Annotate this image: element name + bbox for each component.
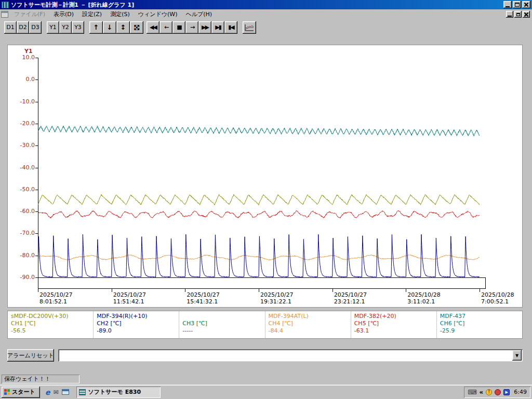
legend-channel-2: MDF-394(R)(+10)CH2 [℃]-89.0 <box>94 311 179 338</box>
task-button-soft-thermo[interactable]: ソフトサーモ E830 <box>76 387 161 398</box>
y-tick-label: -60.0 <box>9 208 35 215</box>
d2-button[interactable]: D2 <box>17 21 29 34</box>
scroll-up-button[interactable]: ↑ <box>89 21 103 34</box>
chart-panel: Y1 10.00.0-10.0-20.0-30.0-40.0-50.0-60.0… <box>7 45 523 308</box>
channel-value: -25.9 <box>440 327 519 335</box>
menu-item-6[interactable]: ヘルプ(H) <box>181 9 216 19</box>
y-tick-label: -90.0 <box>9 274 35 281</box>
internet-explorer-icon[interactable]: e <box>45 388 50 396</box>
alarm-combobox[interactable]: ▼ <box>58 349 523 362</box>
x-tick-label: 2025/10/2719:31:22.1 <box>260 291 293 305</box>
title-bar: ソフトサーモ計測－計測1 － [折れ線グラフ 1] <box>0 0 532 9</box>
security-tray-icon[interactable] <box>495 389 501 395</box>
d3-button[interactable]: D3 <box>29 21 42 34</box>
minimize-icon <box>506 6 510 7</box>
y-tick-mark <box>35 211 38 212</box>
y1-button[interactable]: Y1 <box>47 21 59 34</box>
channel-label: CH1 [℃] <box>11 320 90 327</box>
channel-value: -89.0 <box>97 327 176 335</box>
legend-channel-1: sMDF-DC200V(+30)CH1 [℃]-56.5 <box>8 311 94 338</box>
x-tick-label: 2025/10/2715:41:32.1 <box>187 291 219 305</box>
legend-channel-5: MDF-382(+20)CH5 [℃]-63.1 <box>351 311 437 338</box>
x-tick-mark <box>259 289 259 292</box>
menu-item-3[interactable]: 設定(Z) <box>78 9 106 19</box>
fit-vertical-button[interactable]: ↕ <box>116 21 130 34</box>
y-tick-mark <box>35 168 38 168</box>
channel-label: CH3 [℃] <box>182 320 261 327</box>
child-minimize-button[interactable] <box>506 11 513 18</box>
arrow-button-group: ↑↓↕⤡⤢ <box>89 21 143 34</box>
chart-icon <box>245 24 254 31</box>
child-close-button[interactable] <box>523 11 530 18</box>
taskbar-clock[interactable]: 6:49 <box>514 389 527 395</box>
y2-button[interactable]: Y2 <box>59 21 72 34</box>
menu-item-5[interactable]: ウィンドウ(W) <box>134 9 182 19</box>
legend-channel-3: CH3 [℃]----- <box>179 311 265 338</box>
channel-value: -84.4 <box>269 327 348 335</box>
menu-item-1[interactable]: ファイル(F) <box>10 9 49 19</box>
y-tick-label: -50.0 <box>9 186 35 193</box>
stop-button[interactable]: ■ <box>172 21 185 34</box>
step-back-button[interactable]: ← <box>159 21 172 34</box>
warning-tray-icon[interactable]: ! <box>486 389 492 395</box>
child-restore-button[interactable] <box>514 11 522 18</box>
x-tick-mark <box>332 289 333 292</box>
taskbar: スタート e ✉ ソフトサーモ E830 ⌨ « ! ▶ 6:49 <box>0 384 532 399</box>
mail-icon[interactable]: ✉ <box>54 389 59 396</box>
screen: ソフトサーモ計測－計測1 － [折れ線グラフ 1] ファイル(F)表示(D)設定… <box>0 0 532 399</box>
x-tick-mark <box>38 289 38 292</box>
channel-value: -56.5 <box>11 327 90 335</box>
y-tick-label: -80.0 <box>9 252 35 259</box>
scroll-down-button[interactable]: ↓ <box>103 21 116 34</box>
app-icon[interactable] <box>2 2 9 8</box>
d1-button[interactable]: D1 <box>4 21 17 34</box>
minimize-icon <box>508 16 512 17</box>
maximize-icon <box>515 3 520 7</box>
child-window-icon[interactable] <box>1 11 8 18</box>
alarm-reset-button[interactable]: アラームリセット <box>7 349 54 362</box>
y3-button[interactable]: Y3 <box>72 21 84 34</box>
plot-area[interactable] <box>38 58 480 277</box>
y-tick-mark <box>35 256 38 256</box>
rewind-button[interactable]: ◀◀ <box>147 21 159 34</box>
fast-forward-button[interactable]: ▶▶ <box>198 21 211 34</box>
legend-panel: sMDF-DC200V(+30)CH1 [℃]-56.5MDF-394(R)(+… <box>7 311 523 339</box>
menu-item-2[interactable]: 表示(D) <box>49 9 78 19</box>
graph-scale-button[interactable] <box>243 21 256 34</box>
start-button[interactable]: スタート <box>2 387 40 398</box>
menu-bar: ファイル(F)表示(D)設定(Z)測定(S)ウィンドウ(W)ヘルプ(H) <box>0 9 532 19</box>
x-tick-label: 2025/10/2711:51:42.1 <box>113 291 146 305</box>
x-tick-mark <box>112 289 112 292</box>
minimize-button[interactable] <box>503 1 512 8</box>
y-tick-mark <box>35 233 38 234</box>
windows-flag-icon <box>4 389 10 395</box>
soft-thermo-icon <box>79 389 86 395</box>
menu-item-4[interactable]: 測定(S) <box>106 9 134 19</box>
hide-icons-chevron[interactable]: « <box>480 389 484 396</box>
channel-name: MDF-437 <box>440 313 519 320</box>
x-tick-mark <box>480 289 480 292</box>
y-tick-mark <box>35 102 38 102</box>
step-forward-button[interactable]: → <box>185 21 198 34</box>
combobox-dropdown-button[interactable]: ▼ <box>512 350 522 361</box>
channel-label: CH4 [℃] <box>269 320 348 327</box>
x-tick-label: 2025/10/278:01:52.1 <box>39 291 72 305</box>
channel-label: CH6 [℃] <box>440 320 519 327</box>
channel-label: CH5 [℃] <box>354 320 433 327</box>
maximize-button[interactable] <box>513 1 521 8</box>
channel-value: -63.1 <box>354 327 433 335</box>
chevron-down-icon: ▼ <box>515 353 518 358</box>
menu-items: ファイル(F)表示(D)設定(Z)測定(S)ウィンドウ(W)ヘルプ(H) <box>10 9 216 19</box>
skip-to-start-button[interactable]: ▮◀ <box>224 21 237 34</box>
y-tick-mark <box>35 190 38 190</box>
media-player-tray-icon[interactable]: ▶ <box>503 389 510 395</box>
status-bar: 保存ウェイト！！ <box>0 374 532 384</box>
skip-to-end-button[interactable]: ▶▮ <box>211 21 224 34</box>
channel-name: MDF-394AT(L) <box>269 313 348 320</box>
task-button-label: ソフトサーモ E830 <box>88 388 141 396</box>
show-desktop-icon[interactable] <box>62 389 69 395</box>
fit-all-button[interactable]: ⤡⤢ <box>130 21 143 34</box>
close-button[interactable] <box>522 1 530 8</box>
combobox-value <box>60 351 510 360</box>
keyboard-icon[interactable]: ⌨ <box>468 389 476 396</box>
